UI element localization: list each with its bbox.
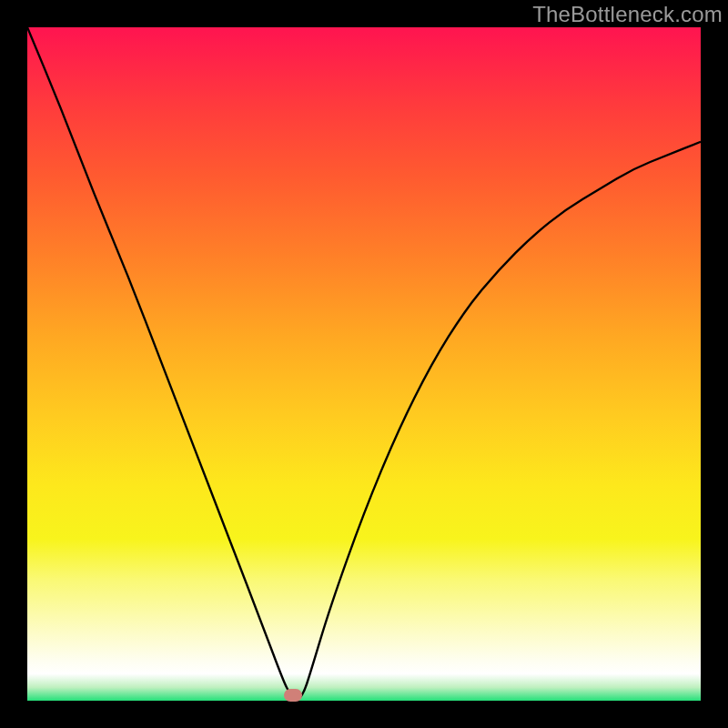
minimum-marker bbox=[284, 689, 302, 702]
chart-container: TheBottleneck.com bbox=[0, 0, 728, 728]
chart-background-gradient bbox=[27, 27, 701, 701]
watermark-text: TheBottleneck.com bbox=[532, 2, 723, 27]
